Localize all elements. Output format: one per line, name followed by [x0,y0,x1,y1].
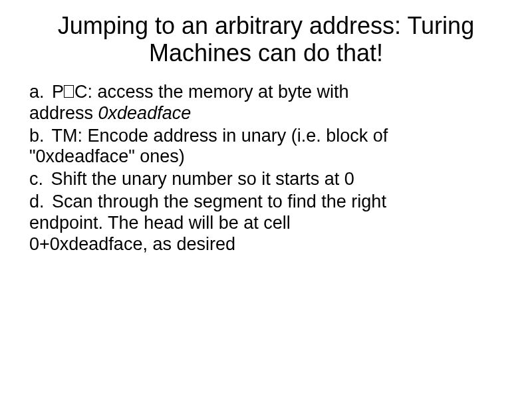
italic-text: 0xdeadface [98,103,192,123]
list-item-text: endpoint. The head will be at cell [29,213,516,234]
list-item-text: PC: access the memory at byte with [52,82,349,102]
missing-glyph-icon [64,85,74,98]
text-fragment: C: access the memory at byte with [74,82,349,102]
list-item: PC: access the memory at byte with addre… [29,82,516,126]
slide: Jumping to an arbitrary address: Turing … [0,0,532,399]
text-fragment: P [52,82,64,102]
list-item-text: address 0xdeadface [29,103,516,124]
list-item-text: "0xdeadface" ones) [29,146,516,168]
list-item-text: Scan through the segment to find the rig… [52,192,386,211]
ordered-list: PC: access the memory at byte with addre… [16,82,516,257]
list-item-text: 0+0xdeadface, as desired [29,234,516,255]
slide-body: PC: access the memory at byte with addre… [16,82,516,257]
list-item-text: Shift the unary number so it starts at 0 [51,169,354,189]
list-item: TM: Encode address in unary (i.e. block … [29,126,516,170]
list-item: Shift the unary number so it starts at 0 [29,169,516,192]
list-item-text: TM: Encode address in unary (i.e. block … [52,126,388,146]
list-item: Scan through the segment to find the rig… [29,192,516,257]
text-fragment: address [29,103,98,123]
slide-title: Jumping to an arbitrary address: Turing … [16,12,516,67]
